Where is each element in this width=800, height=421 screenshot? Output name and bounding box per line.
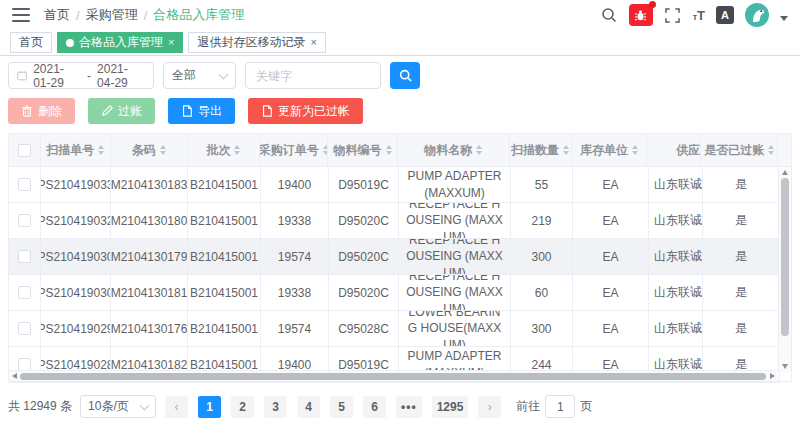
post-button[interactable]: 过账 bbox=[88, 98, 155, 124]
tab-home[interactable]: 首页 bbox=[10, 32, 52, 53]
sort-icon[interactable] bbox=[234, 145, 240, 155]
col-stock-unit[interactable]: 库存单位 bbox=[572, 134, 648, 167]
navbar-right-tools: тT A bbox=[600, 3, 788, 27]
filter-row: 2021-01-29 - 2021-04-29 全部 bbox=[8, 62, 792, 89]
close-icon[interactable]: × bbox=[168, 37, 174, 48]
next-page-button[interactable]: › bbox=[478, 396, 501, 418]
table-row[interactable]: PS210419030 M2104130181 B210415001 19338… bbox=[9, 275, 791, 311]
sort-icon[interactable] bbox=[386, 145, 392, 155]
select-all-checkbox[interactable] bbox=[18, 144, 31, 157]
cell-po-no: 19338 bbox=[261, 203, 329, 239]
cell-scan-no: PS210419032 bbox=[41, 203, 111, 239]
cell-stock-unit: EA bbox=[573, 275, 649, 311]
export-button[interactable]: 导出 bbox=[168, 98, 235, 124]
vertical-scrollbar-thumb[interactable] bbox=[781, 178, 789, 336]
cell-posted: 是 bbox=[703, 203, 780, 239]
date-range-picker[interactable]: 2021-01-29 - 2021-04-29 bbox=[8, 62, 154, 89]
breadcrumb-home[interactable]: 首页 bbox=[44, 6, 70, 24]
sort-icon[interactable] bbox=[768, 145, 774, 155]
tab-qualified-inbound[interactable]: 合格品入库管理 × bbox=[57, 32, 183, 53]
row-checkbox[interactable] bbox=[18, 178, 31, 191]
table-row[interactable]: PS210419032 M2104130180 B210415001 19338… bbox=[9, 203, 791, 239]
fullscreen-icon[interactable] bbox=[664, 6, 682, 24]
search-icon[interactable] bbox=[600, 6, 618, 24]
cell-batch: B210415001 bbox=[188, 239, 261, 275]
keyword-input[interactable] bbox=[245, 62, 381, 89]
row-checkbox[interactable] bbox=[18, 250, 31, 263]
page-button-3[interactable]: 3 bbox=[264, 396, 287, 418]
page-size-select[interactable]: 10条/页 bbox=[80, 395, 156, 418]
horizontal-scrollbar-thumb[interactable] bbox=[20, 373, 766, 380]
type-select[interactable]: 全部 bbox=[163, 62, 236, 89]
page-button-6[interactable]: 6 bbox=[363, 396, 386, 418]
table-row[interactable]: PS210419033 M2104130183 B210415001 19400… bbox=[9, 167, 791, 203]
breadcrumb-purchase[interactable]: 采购管理 bbox=[86, 6, 138, 24]
error-log-bug-button[interactable] bbox=[629, 4, 653, 26]
scroll-right-arrow-icon[interactable] bbox=[770, 373, 775, 379]
button-label: 更新为已过帐 bbox=[278, 103, 350, 120]
col-barcode[interactable]: 条码 bbox=[111, 134, 188, 167]
page-button-1[interactable]: 1 bbox=[198, 396, 221, 418]
col-supplier[interactable]: 供应商 bbox=[647, 134, 701, 167]
tab-label: 首页 bbox=[19, 34, 43, 51]
chevron-down-icon[interactable] bbox=[780, 16, 788, 21]
sort-icon[interactable] bbox=[160, 145, 166, 155]
cell-supplier: 山东联诚精 bbox=[649, 239, 703, 275]
page-button-4[interactable]: 4 bbox=[297, 396, 320, 418]
header-filler bbox=[778, 134, 791, 167]
cell-posted: 是 bbox=[703, 239, 780, 275]
scroll-down-arrow-icon[interactable] bbox=[782, 364, 788, 369]
col-posted[interactable]: 是否已过账 bbox=[701, 134, 778, 167]
sort-icon[interactable] bbox=[476, 145, 482, 155]
cell-scan-qty: 60 bbox=[511, 275, 573, 311]
more-pages-icon[interactable]: ••• bbox=[396, 396, 422, 418]
goto-page-input[interactable] bbox=[545, 395, 575, 418]
header-checkbox-cell bbox=[9, 134, 41, 167]
page-button-last[interactable]: 1295 bbox=[432, 396, 469, 418]
sort-icon[interactable] bbox=[563, 145, 569, 155]
horizontal-scrollbar[interactable] bbox=[9, 370, 778, 381]
sort-icon[interactable] bbox=[98, 145, 104, 155]
col-scan-no[interactable]: 扫描单号 bbox=[41, 134, 111, 167]
prev-page-button[interactable]: ‹ bbox=[165, 396, 188, 418]
close-icon[interactable]: × bbox=[310, 37, 316, 48]
scroll-left-arrow-icon[interactable] bbox=[12, 373, 17, 379]
sort-icon[interactable] bbox=[632, 145, 638, 155]
cell-batch: B210415001 bbox=[188, 275, 261, 311]
cell-scan-no: PS210419029 bbox=[41, 311, 111, 347]
col-batch[interactable]: 批次 bbox=[188, 134, 261, 167]
cell-scan-no: PS210419033 bbox=[41, 167, 111, 203]
language-switch-icon[interactable]: A bbox=[716, 6, 734, 24]
cell-po-no: 19574 bbox=[261, 239, 329, 275]
font-size-icon[interactable]: тT bbox=[693, 9, 705, 22]
table-row[interactable]: PS210419029 M2104130176 B210415001 19574… bbox=[9, 311, 791, 347]
table-row[interactable]: PS210419030 M2104130179 B210415001 19574… bbox=[9, 239, 791, 275]
scroll-up-arrow-icon[interactable] bbox=[782, 170, 788, 175]
col-po-no[interactable]: 采购订单号 bbox=[260, 134, 328, 167]
col-material-no[interactable]: 物料编号 bbox=[328, 134, 398, 167]
update-posted-button[interactable]: 更新为已过帐 bbox=[248, 98, 363, 124]
hamburger-icon[interactable] bbox=[12, 8, 30, 22]
avatar[interactable] bbox=[745, 3, 769, 27]
page-button-2[interactable]: 2 bbox=[231, 396, 254, 418]
cell-material-name: LOWER BEARING HOUSE(MAXXUM) bbox=[399, 311, 511, 347]
search-button[interactable] bbox=[390, 62, 420, 89]
cell-supplier: 山东联诚精 bbox=[649, 311, 703, 347]
tab-return-storage[interactable]: 退供封存区移动记录 × bbox=[188, 32, 325, 53]
date-end: 2021-04-29 bbox=[97, 62, 145, 90]
cell-material-name: PUMP ADAPTER (MAXXUM) bbox=[399, 167, 511, 203]
cell-scan-no: PS210419030 bbox=[41, 239, 111, 275]
search-icon bbox=[399, 69, 412, 82]
page-button-5[interactable]: 5 bbox=[330, 396, 353, 418]
row-checkbox[interactable] bbox=[18, 322, 31, 335]
cell-scan-qty: 300 bbox=[511, 239, 573, 275]
cell-posted: 是 bbox=[703, 167, 780, 203]
button-label: 删除 bbox=[38, 103, 62, 120]
select-value: 全部 bbox=[172, 67, 196, 84]
row-checkbox[interactable] bbox=[18, 214, 31, 227]
delete-button[interactable]: 删除 bbox=[8, 98, 75, 124]
col-material-name[interactable]: 物料名称 bbox=[398, 134, 510, 167]
row-checkbox[interactable] bbox=[18, 286, 31, 299]
vertical-scrollbar[interactable] bbox=[778, 167, 791, 372]
col-scan-qty[interactable]: 扫描数量 bbox=[510, 134, 572, 167]
